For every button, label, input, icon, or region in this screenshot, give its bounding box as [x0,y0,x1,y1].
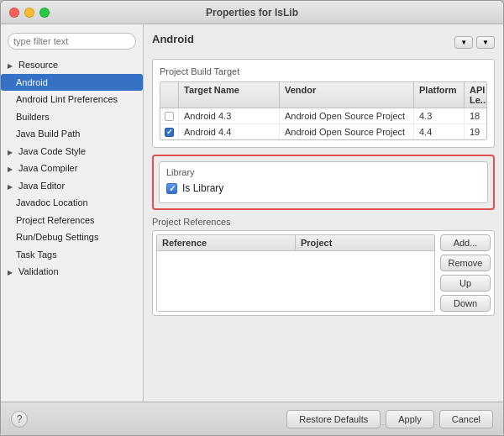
row2-platform: 4.4 [414,124,465,139]
col-api: API Le... [465,82,487,108]
down-button[interactable]: Down [440,295,491,312]
sidebar-item-project-references[interactable]: Project References [1,212,143,229]
sidebar-item-run-debug[interactable]: Run/Debug Settings [1,229,143,246]
cancel-button[interactable]: Cancel [439,410,493,428]
row1-checkbox-cell[interactable] [160,108,179,123]
row2-target: Android 4.4 [179,124,280,139]
minimize-button[interactable] [24,8,34,18]
is-library-checkbox[interactable] [166,183,177,194]
sidebar: Resource Android Android Lint Preference… [1,24,144,402]
row1-platform: 4.3 [414,108,465,123]
library-section: Library Is Library [152,155,495,210]
sidebar-item-task-tags[interactable]: Task Tags [1,246,143,264]
ref-table-header: Reference Project [157,235,434,251]
help-button[interactable]: ? [11,411,28,428]
up-button[interactable]: Up [440,275,491,292]
row2-checkbox[interactable] [165,128,174,137]
col-platform: Platform [414,82,465,108]
row1-target: Android 4.3 [179,108,280,123]
col-vendor: Vendor [280,82,414,108]
bottom-right-buttons: Restore Defaults Apply Cancel [286,410,493,428]
sidebar-item-java-editor[interactable]: Java Editor [1,177,143,195]
restore-defaults-button[interactable]: Restore Defaults [286,410,381,428]
references-section: Reference Project Add... Remove Up Down [152,230,495,316]
build-target-label: Project Build Target [160,66,487,76]
ref-col-project: Project [296,235,434,250]
sidebar-item-java-build-path[interactable]: Java Build Path [1,125,143,143]
ref-buttons: Add... Remove Up Down [440,234,491,312]
titlebar: Properties for IsLib [1,1,503,24]
dropdown-button-2[interactable] [476,36,495,49]
row1-api: 18 [465,108,487,123]
col-check [160,82,179,108]
sidebar-item-validation[interactable]: Validation [1,263,143,281]
sidebar-item-builders[interactable]: Builders [1,108,143,126]
android-header: Android [152,33,495,52]
library-label: Library [166,167,480,177]
is-library-text: Is Library [182,182,223,194]
dropdown-group [454,36,495,49]
apply-button[interactable]: Apply [386,410,434,428]
build-target-section: Project Build Target Target Name Vendor … [152,59,495,148]
table-row: Android 4.4 Android Open Source Project … [160,124,486,139]
filter-input[interactable] [8,33,136,50]
bottom-bar: ? Restore Defaults Apply Cancel [1,402,503,435]
add-button[interactable]: Add... [440,234,491,251]
row1-vendor: Android Open Source Project [280,108,414,123]
maximize-button[interactable] [39,8,50,18]
sidebar-item-resource[interactable]: Resource [1,56,143,74]
row2-api: 19 [465,124,487,139]
table-header: Target Name Vendor Platform API Le... [160,82,486,108]
window-body: Resource Android Android Lint Preference… [1,24,503,402]
row2-checkbox-cell[interactable] [160,124,179,139]
main-window: Properties for IsLib Resource Android An… [0,0,504,436]
col-target: Target Name [179,82,280,108]
traffic-lights [9,8,50,18]
table-row: Android 4.3 Android Open Source Project … [160,108,486,124]
dropdown-button-1[interactable] [454,36,473,49]
sidebar-item-java-compiler[interactable]: Java Compiler [1,160,143,177]
build-target-table: Target Name Vendor Platform API Le... An… [160,81,487,140]
section-title: Android [152,33,194,45]
sidebar-item-android[interactable]: Android [1,74,143,92]
project-references-label: Project References [152,217,495,227]
window-title: Properties for IsLib [206,7,298,18]
row2-vendor: Android Open Source Project [280,124,414,139]
sidebar-item-java-code-style[interactable]: Java Code Style [1,143,143,160]
remove-button[interactable]: Remove [440,255,491,271]
library-section-inner: Library Is Library [159,161,488,203]
sidebar-item-javadoc[interactable]: Javadoc Location [1,194,143,212]
ref-col-reference: Reference [157,235,296,250]
references-table: Reference Project [156,234,435,312]
is-library-row: Is Library [166,182,480,194]
row1-checkbox[interactable] [165,112,174,121]
main-content: Android Project Build Target Target Name… [144,24,503,402]
sidebar-item-android-lint[interactable]: Android Lint Preferences [1,91,143,108]
close-button[interactable] [9,8,19,18]
